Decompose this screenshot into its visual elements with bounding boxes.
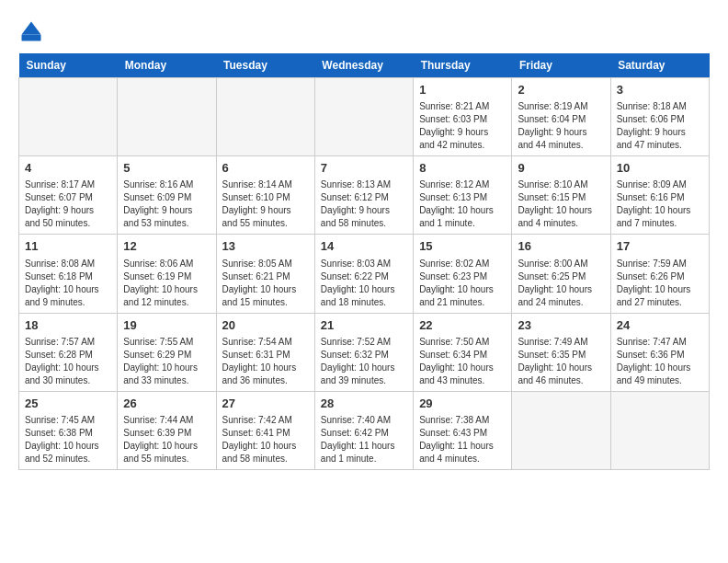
- day-number: 6: [222, 160, 309, 177]
- calendar-cell: 28Sunrise: 7:40 AM Sunset: 6:42 PM Dayli…: [314, 391, 413, 469]
- day-number: 19: [123, 317, 210, 334]
- calendar-cell: 15Sunrise: 8:02 AM Sunset: 6:23 PM Dayli…: [414, 235, 512, 313]
- calendar-cell: 16Sunrise: 8:00 AM Sunset: 6:25 PM Dayli…: [512, 235, 610, 313]
- day-info: Sunrise: 7:52 AM Sunset: 6:32 PM Dayligh…: [321, 336, 407, 387]
- day-number: 3: [617, 82, 703, 98]
- weekday-header-sunday: Sunday: [19, 53, 118, 78]
- day-info: Sunrise: 8:02 AM Sunset: 6:23 PM Dayligh…: [419, 258, 506, 309]
- day-info: Sunrise: 7:59 AM Sunset: 6:26 PM Dayligh…: [617, 258, 703, 309]
- day-info: Sunrise: 8:18 AM Sunset: 6:06 PM Dayligh…: [617, 100, 703, 152]
- logo: [18, 18, 48, 44]
- day-info: Sunrise: 8:10 AM Sunset: 6:15 PM Dayligh…: [518, 178, 604, 230]
- calendar-cell: 3Sunrise: 8:18 AM Sunset: 6:06 PM Daylig…: [610, 78, 709, 156]
- calendar-week-row: 25Sunrise: 7:45 AM Sunset: 6:38 PM Dayli…: [19, 391, 710, 469]
- calendar-table: SundayMondayTuesdayWednesdayThursdayFrid…: [18, 53, 710, 470]
- day-number: 26: [123, 396, 210, 412]
- calendar-cell: 23Sunrise: 7:49 AM Sunset: 6:35 PM Dayli…: [512, 313, 610, 391]
- day-info: Sunrise: 8:08 AM Sunset: 6:18 PM Dayligh…: [25, 258, 111, 309]
- calendar-cell: 11Sunrise: 8:08 AM Sunset: 6:18 PM Dayli…: [19, 235, 118, 313]
- day-info: Sunrise: 8:05 AM Sunset: 6:21 PM Dayligh…: [222, 258, 309, 309]
- day-number: 7: [321, 160, 407, 177]
- calendar-cell: 13Sunrise: 8:05 AM Sunset: 6:21 PM Dayli…: [216, 235, 314, 313]
- day-number: 23: [518, 317, 604, 334]
- day-number: 22: [419, 317, 506, 334]
- calendar-cell: 27Sunrise: 7:42 AM Sunset: 6:41 PM Dayli…: [216, 391, 314, 469]
- calendar-cell: [512, 391, 610, 469]
- calendar-cell: [610, 391, 709, 469]
- day-number: 18: [25, 317, 111, 334]
- day-info: Sunrise: 8:12 AM Sunset: 6:13 PM Dayligh…: [419, 178, 506, 230]
- calendar-cell: 22Sunrise: 7:50 AM Sunset: 6:34 PM Dayli…: [414, 313, 512, 391]
- calendar-cell: 4Sunrise: 8:17 AM Sunset: 6:07 PM Daylig…: [19, 156, 118, 235]
- calendar-cell: 29Sunrise: 7:38 AM Sunset: 6:43 PM Dayli…: [414, 391, 512, 469]
- calendar-cell: 8Sunrise: 8:12 AM Sunset: 6:13 PM Daylig…: [414, 156, 512, 235]
- calendar-cell: 6Sunrise: 8:14 AM Sunset: 6:10 PM Daylig…: [216, 156, 314, 235]
- day-number: 24: [617, 317, 703, 334]
- weekday-header-saturday: Saturday: [610, 53, 709, 78]
- day-info: Sunrise: 7:47 AM Sunset: 6:36 PM Dayligh…: [617, 336, 703, 387]
- calendar-cell: [314, 78, 413, 156]
- day-number: 25: [25, 396, 111, 412]
- day-info: Sunrise: 7:57 AM Sunset: 6:28 PM Dayligh…: [25, 336, 111, 387]
- day-number: 5: [123, 160, 210, 177]
- day-info: Sunrise: 7:55 AM Sunset: 6:29 PM Dayligh…: [123, 336, 210, 387]
- calendar-cell: [19, 78, 118, 156]
- day-info: Sunrise: 8:19 AM Sunset: 6:04 PM Dayligh…: [518, 100, 604, 152]
- logo-icon: [18, 18, 44, 44]
- day-number: 12: [123, 238, 210, 255]
- day-number: 27: [222, 396, 309, 412]
- day-number: 16: [518, 238, 604, 255]
- day-info: Sunrise: 7:44 AM Sunset: 6:39 PM Dayligh…: [123, 414, 210, 465]
- day-info: Sunrise: 7:40 AM Sunset: 6:42 PM Dayligh…: [321, 414, 407, 465]
- day-number: 21: [321, 317, 407, 334]
- calendar-cell: [216, 78, 314, 156]
- weekday-header-thursday: Thursday: [414, 53, 512, 78]
- calendar-cell: [118, 78, 216, 156]
- svg-marker-0: [22, 22, 41, 35]
- day-info: Sunrise: 8:13 AM Sunset: 6:12 PM Dayligh…: [321, 178, 407, 230]
- calendar-cell: 14Sunrise: 8:03 AM Sunset: 6:22 PM Dayli…: [314, 235, 413, 313]
- day-number: 8: [419, 160, 506, 177]
- day-number: 17: [617, 238, 703, 255]
- day-info: Sunrise: 7:38 AM Sunset: 6:43 PM Dayligh…: [419, 414, 506, 465]
- calendar-week-row: 1Sunrise: 8:21 AM Sunset: 6:03 PM Daylig…: [19, 78, 710, 156]
- calendar-cell: 18Sunrise: 7:57 AM Sunset: 6:28 PM Dayli…: [19, 313, 118, 391]
- day-number: 11: [25, 238, 111, 255]
- day-info: Sunrise: 8:14 AM Sunset: 6:10 PM Dayligh…: [222, 178, 309, 230]
- calendar-cell: 25Sunrise: 7:45 AM Sunset: 6:38 PM Dayli…: [19, 391, 118, 469]
- day-number: 14: [321, 238, 407, 255]
- day-info: Sunrise: 7:49 AM Sunset: 6:35 PM Dayligh…: [518, 336, 604, 387]
- day-number: 1: [419, 82, 506, 98]
- day-info: Sunrise: 8:09 AM Sunset: 6:16 PM Dayligh…: [617, 178, 703, 230]
- calendar-cell: 2Sunrise: 8:19 AM Sunset: 6:04 PM Daylig…: [512, 78, 610, 156]
- calendar-cell: 20Sunrise: 7:54 AM Sunset: 6:31 PM Dayli…: [216, 313, 314, 391]
- day-info: Sunrise: 8:00 AM Sunset: 6:25 PM Dayligh…: [518, 258, 604, 309]
- day-number: 15: [419, 238, 506, 255]
- day-info: Sunrise: 8:17 AM Sunset: 6:07 PM Dayligh…: [25, 178, 111, 230]
- calendar-cell: 5Sunrise: 8:16 AM Sunset: 6:09 PM Daylig…: [118, 156, 216, 235]
- calendar-cell: 9Sunrise: 8:10 AM Sunset: 6:15 PM Daylig…: [512, 156, 610, 235]
- page-header: [18, 18, 710, 44]
- calendar-cell: 1Sunrise: 8:21 AM Sunset: 6:03 PM Daylig…: [414, 78, 512, 156]
- calendar-week-row: 4Sunrise: 8:17 AM Sunset: 6:07 PM Daylig…: [19, 156, 710, 235]
- day-number: 10: [617, 160, 703, 177]
- weekday-header-friday: Friday: [512, 53, 610, 78]
- day-info: Sunrise: 8:16 AM Sunset: 6:09 PM Dayligh…: [123, 178, 210, 230]
- day-number: 4: [25, 160, 111, 177]
- calendar-header-row: SundayMondayTuesdayWednesdayThursdayFrid…: [19, 53, 710, 78]
- calendar-cell: 12Sunrise: 8:06 AM Sunset: 6:19 PM Dayli…: [118, 235, 216, 313]
- calendar-cell: 21Sunrise: 7:52 AM Sunset: 6:32 PM Dayli…: [314, 313, 413, 391]
- day-number: 13: [222, 238, 309, 255]
- calendar-cell: 19Sunrise: 7:55 AM Sunset: 6:29 PM Dayli…: [118, 313, 216, 391]
- day-info: Sunrise: 8:21 AM Sunset: 6:03 PM Dayligh…: [419, 100, 506, 152]
- day-number: 29: [419, 396, 506, 412]
- day-number: 2: [518, 82, 604, 98]
- day-info: Sunrise: 7:50 AM Sunset: 6:34 PM Dayligh…: [419, 336, 506, 387]
- day-info: Sunrise: 8:06 AM Sunset: 6:19 PM Dayligh…: [123, 258, 210, 309]
- weekday-header-wednesday: Wednesday: [314, 53, 413, 78]
- weekday-header-monday: Monday: [118, 53, 216, 78]
- day-number: 9: [518, 160, 604, 177]
- day-info: Sunrise: 7:54 AM Sunset: 6:31 PM Dayligh…: [222, 336, 309, 387]
- day-number: 20: [222, 317, 309, 334]
- calendar-cell: 7Sunrise: 8:13 AM Sunset: 6:12 PM Daylig…: [314, 156, 413, 235]
